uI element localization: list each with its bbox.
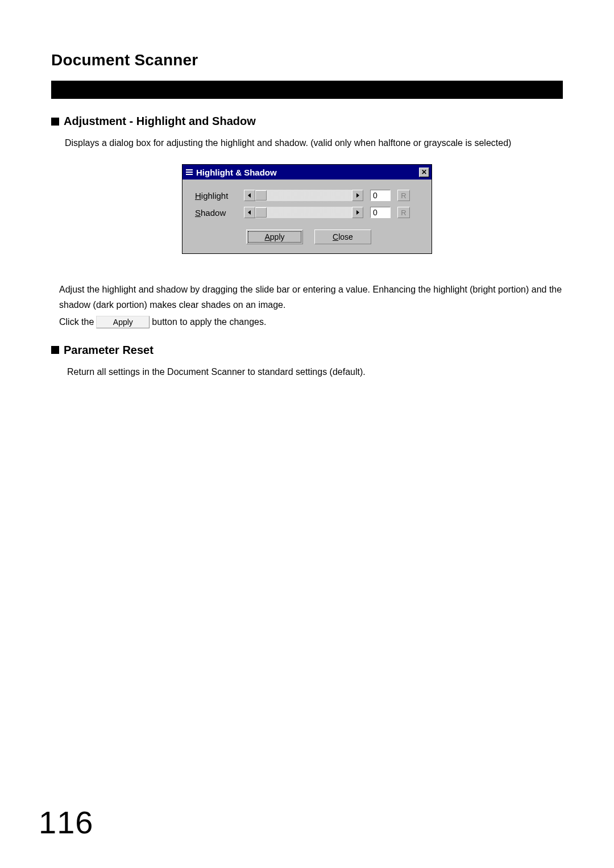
highlight-shadow-dialog: Highlight & Shadow ✕ Highlight	[182, 164, 432, 254]
scroll-right-icon[interactable]	[352, 207, 363, 218]
shadow-value-input[interactable]: 0	[370, 207, 391, 218]
section-heading-adjustment: Adjustment - Highlight and Shadow	[51, 115, 563, 128]
svg-marker-0	[248, 193, 251, 198]
dialog-title: Highlight & Shadow	[196, 168, 416, 177]
highlight-reset-button[interactable]: R	[397, 190, 410, 201]
section-heading-parameter-reset: Parameter Reset	[51, 344, 563, 357]
highlight-slider[interactable]	[244, 190, 363, 201]
slider-thumb[interactable]	[255, 190, 267, 201]
slider-track[interactable]	[255, 190, 352, 201]
inline-apply-button: Apply	[96, 316, 150, 328]
parameter-reset-body: Return all settings in the Document Scan…	[67, 365, 563, 379]
intro-paragraph: Displays a dialog box for adjusting the …	[65, 136, 563, 151]
svg-marker-1	[356, 193, 359, 198]
dialog-titlebar: Highlight & Shadow ✕	[182, 165, 432, 180]
page-title: Document Scanner	[51, 51, 563, 69]
header-bar	[51, 81, 563, 99]
apply-button[interactable]: Apply	[246, 229, 303, 244]
heading-text: Parameter Reset	[64, 344, 154, 357]
slider-track[interactable]	[255, 207, 352, 218]
shadow-row: Shadow 0 R	[195, 207, 421, 218]
scroll-right-icon[interactable]	[352, 190, 363, 201]
square-bullet-icon	[51, 346, 59, 354]
shadow-reset-button[interactable]: R	[397, 207, 410, 218]
instruction-para-2: Click the Apply button to apply the chan…	[59, 315, 563, 329]
svg-marker-3	[356, 210, 359, 215]
scroll-left-icon[interactable]	[244, 190, 255, 201]
shadow-label: Shadow	[195, 208, 237, 218]
slider-thumb[interactable]	[255, 207, 267, 218]
instruction-para-1: Adjust the highlight and shadow by dragg…	[59, 282, 563, 312]
close-icon[interactable]: ✕	[419, 168, 429, 177]
highlight-label: Highlight	[195, 191, 237, 201]
page-number: 116	[39, 804, 93, 841]
svg-marker-2	[248, 210, 251, 215]
scroll-left-icon[interactable]	[244, 207, 255, 218]
square-bullet-icon	[51, 118, 59, 126]
highlight-value-input[interactable]: 0	[370, 190, 391, 201]
shadow-slider[interactable]	[244, 207, 363, 218]
heading-text: Adjustment - Highlight and Shadow	[64, 115, 256, 128]
highlight-row: Highlight 0 R	[195, 190, 421, 201]
app-icon	[186, 169, 193, 175]
close-button[interactable]: Close	[314, 229, 371, 244]
